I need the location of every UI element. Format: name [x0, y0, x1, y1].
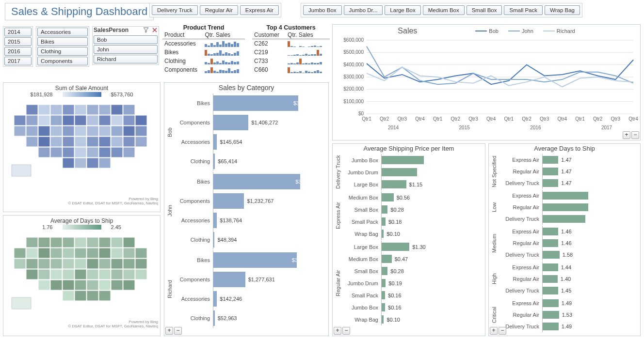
bar-row: Small Box$0.28 [342, 265, 482, 277]
map1-credit-top: Powered by Bing [129, 197, 158, 201]
map1-credit: © DSAT Editor, DSAT for MSFT, GeoNames, … [68, 201, 158, 205]
bar-value: $3,486,197 [295, 179, 322, 185]
col-qtr-sales2: Qtr. Sales [286, 31, 330, 39]
customer-label: C733 [252, 57, 286, 65]
svg-rect-37 [99, 137, 111, 147]
container-btn-3[interactable]: Medium Box [423, 5, 465, 15]
expand-button[interactable]: + [623, 131, 630, 139]
slicer-category: AccessoriesBikesClothingComponents [36, 26, 89, 67]
group-label: Express Air [334, 191, 342, 240]
bar-label: Small Pack [342, 219, 381, 225]
year-btn-1[interactable]: 2015 [4, 37, 32, 46]
bar-row: Wrap Bag$0.10 [342, 313, 482, 325]
bar-row: Regular Air1.40 [499, 273, 637, 285]
bar [382, 180, 406, 188]
svg-rect-47 [111, 147, 123, 157]
salesperson-btn-2[interactable]: Richard [94, 55, 158, 63]
bar-label: Delivery Truck [499, 216, 542, 222]
svg-rect-0 [26, 105, 38, 115]
container-btn-0[interactable]: Jumbo Box [303, 5, 342, 15]
container-btn-4[interactable]: Small Box [467, 5, 502, 15]
svg-rect-26 [87, 126, 98, 136]
clear-filter-icon[interactable] [152, 27, 158, 33]
bar-label: Regular Air [499, 276, 542, 282]
svg-rect-56 [50, 237, 62, 247]
bar-row: Small Box$0.28 [342, 203, 482, 216]
container-btn-6[interactable]: Wrap Bag [545, 5, 580, 15]
bar-row: Wrap Bag$0.10 [342, 228, 482, 240]
ship-mode-btn-0[interactable]: Delivery Truck [152, 5, 198, 15]
collapse-button[interactable]: − [499, 327, 506, 335]
svg-rect-27 [99, 126, 111, 136]
category-btn-3[interactable]: Components [37, 57, 88, 65]
bar [543, 287, 558, 294]
bar-row: Medium Box$0.56 [342, 191, 482, 203]
collapse-button[interactable]: − [631, 131, 639, 139]
year-btn-2[interactable]: 2016 [4, 47, 32, 56]
expand-button[interactable]: + [490, 327, 498, 335]
bar-value: $142,246 [220, 296, 242, 302]
bar-row: Delivery Truck1.49 [499, 321, 637, 332]
category-btn-0[interactable]: Accessories [37, 28, 88, 36]
bar [543, 299, 559, 307]
col-customer: Customer [252, 31, 286, 39]
category-btn-1[interactable]: Bikes [37, 37, 88, 46]
svg-text:2016: 2016 [530, 125, 541, 130]
svg-rect-28 [111, 126, 123, 136]
bar-value: $1,277,631 [248, 277, 275, 282]
svg-rect-51 [87, 158, 98, 168]
salesperson-btn-0[interactable]: Bob [94, 35, 158, 44]
svg-rect-38 [111, 137, 123, 147]
bar-label: Jumbo Box [342, 305, 381, 310]
bar-label: Small Box [342, 268, 381, 274]
container-btn-1[interactable]: Jumbo Dr... [344, 5, 383, 15]
svg-rect-41 [38, 147, 50, 157]
bar-value: $1.65 [448, 170, 461, 175]
svg-rect-10 [26, 115, 38, 125]
bar-label: Regular Air [499, 240, 542, 246]
bar-label: Wrap Bag [342, 231, 381, 237]
bar [213, 213, 217, 228]
svg-rect-95 [38, 280, 50, 290]
svg-text:Qtr4: Qtr4 [628, 116, 638, 122]
legend-item: Bob [475, 28, 499, 34]
collapse-button[interactable]: − [342, 327, 350, 335]
map-sales: Sum of Sale Amount $181,928 $573,760 Pow… [3, 82, 161, 212]
bar [543, 275, 558, 283]
bar [543, 203, 588, 211]
bar [382, 243, 409, 251]
chart-sales-by-category: Sales by Category BobBikes$3,402,616Comp… [164, 82, 329, 336]
bar-value: 1.45 [561, 288, 571, 294]
svg-rect-40 [135, 137, 147, 147]
group-label: High [490, 262, 499, 296]
svg-rect-60 [99, 237, 111, 247]
bar-value: $0.10 [386, 317, 400, 323]
bar-value: 1.46 [561, 240, 571, 246]
collapse-button[interactable]: − [174, 327, 182, 335]
container-btn-5[interactable]: Small Pack [504, 5, 543, 15]
svg-rect-52 [99, 158, 111, 168]
filter-icon[interactable] [143, 27, 149, 33]
category-btn-2[interactable]: Clothing [37, 47, 88, 56]
ship-mode-btn-1[interactable]: Regular Air [200, 5, 238, 15]
svg-rect-25 [75, 126, 86, 136]
svg-rect-58 [75, 237, 86, 247]
page-title: Sales & Shipping Dashboard [5, 3, 154, 20]
container-btn-2[interactable]: Large Box [385, 5, 420, 15]
bar [543, 239, 558, 247]
expand-button[interactable]: + [334, 327, 341, 335]
product-trend-label: Components [162, 65, 203, 74]
bar-value: 1.47 [561, 169, 571, 174]
svg-rect-31 [26, 137, 38, 147]
svg-rect-43 [63, 147, 74, 157]
product-trend-label: Clothing [162, 57, 203, 65]
ship-mode-btn-2[interactable]: Express Air [240, 5, 279, 15]
bar-label: Jumbo Drum [342, 280, 381, 286]
svg-rect-50 [75, 158, 86, 168]
salesperson-btn-1[interactable]: John [94, 45, 158, 54]
svg-rect-63 [14, 248, 26, 258]
year-btn-0[interactable]: 2014 [4, 28, 32, 36]
bar [543, 215, 585, 223]
year-btn-3[interactable]: 2017 [4, 57, 32, 65]
expand-button[interactable]: + [165, 327, 173, 335]
